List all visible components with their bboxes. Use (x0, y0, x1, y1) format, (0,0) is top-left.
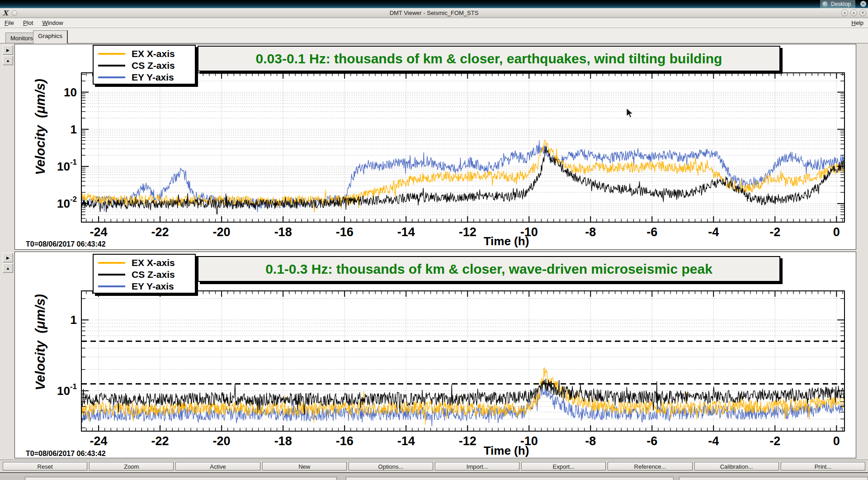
svg-text:-6: -6 (646, 225, 657, 239)
print-button[interactable]: Print... (781, 462, 865, 470)
legend-label: CS Z-axis (132, 60, 175, 71)
zoom-button[interactable]: Zoom (89, 462, 174, 470)
svg-text:1: 1 (71, 123, 77, 136)
legend-entry: EX X-axis (94, 257, 195, 269)
window-titlebar[interactable]: X DMT Viewer - Seismic_FOM_STS ∨ ∧ ✕ (0, 8, 868, 18)
ex-line-swatch (98, 262, 125, 264)
ey-line-swatch (98, 76, 125, 78)
svg-text:0: 0 (833, 434, 840, 448)
export-button[interactable]: Export... (521, 462, 606, 470)
svg-text:-14: -14 (397, 225, 415, 239)
pad1-next-arrow-button[interactable]: ▶ (3, 45, 13, 55)
svg-text:-4: -4 (708, 225, 719, 239)
x-axis-title: Time (h) (470, 444, 542, 458)
legend-box: EX X-axis CS Z-axis EY Y-axis (93, 254, 196, 294)
tab-graphics[interactable]: Graphics (33, 30, 68, 43)
svg-text:-8: -8 (585, 434, 596, 448)
cs-line-swatch (98, 65, 125, 67)
svg-text:-6: -6 (646, 434, 657, 448)
background-window-edge (346, 477, 674, 480)
svg-text:1: 1 (71, 313, 77, 327)
reference-button[interactable]: Reference... (608, 462, 692, 470)
legend-entry: EX X-axis (94, 48, 195, 60)
plot-panel-band1: -24-22-20-18-16-14-12-10-8-6-4-2010110-1… (14, 44, 856, 250)
svg-text:-22: -22 (151, 434, 169, 448)
svg-text:-16: -16 (336, 225, 354, 239)
legend-label: EY Y-axis (132, 72, 174, 83)
svg-text:-22: -22 (151, 225, 169, 239)
x-axis-title: Time (h) (470, 234, 542, 248)
window-title: DMT Viewer - Seismic_FOM_STS (0, 10, 868, 16)
tab-bar: Monitors Graphics (0, 28, 868, 43)
svg-text:10-1: 10-1 (57, 158, 77, 173)
svg-text:-18: -18 (274, 225, 292, 239)
legend-box: EX X-axis CS Z-axis EY Y-axis (93, 45, 196, 85)
legend-entry: EY Y-axis (94, 71, 195, 83)
svg-text:10-1: 10-1 (57, 382, 77, 398)
pad2-next-arrow-button[interactable]: ▶ (3, 253, 13, 262)
options-button[interactable]: Options... (349, 462, 433, 470)
minimize-button[interactable]: ∨ (841, 10, 848, 16)
toolbar: Reset Zoom Active New Options... Import.… (0, 460, 868, 473)
y-axis-title: Velocity (μm/s) (33, 69, 48, 185)
menu-bar: File Plot Window Help (0, 18, 868, 28)
menu-window[interactable]: Window (42, 19, 63, 26)
band-title-box: 0.1-0.3 Hz: thousands of km & closer, wa… (198, 256, 780, 282)
y-axis-title: Velocity (μm/s) (33, 282, 48, 402)
background-window-edge (679, 477, 868, 480)
legend-label: EX X-axis (132, 257, 175, 268)
plot-panel-band2: -24-22-20-18-16-14-12-10-8-6-4-20110-1 V… (14, 252, 856, 458)
desktop-label: Desktop (831, 1, 851, 7)
band-title-box: 0.03-0.1 Hz: thousands of km & closer, e… (198, 46, 780, 71)
desktop-background: Desktop ✕ (0, 0, 868, 8)
band-title: 0.03-0.1 Hz: thousands of km & closer, e… (256, 51, 722, 67)
legend-label: EY Y-axis (132, 281, 174, 292)
mouse-cursor (626, 108, 637, 119)
pad1-up-arrow-button[interactable]: ▲ (3, 56, 13, 65)
pad2-up-arrow-button[interactable]: ▲ (3, 263, 13, 273)
desktop-icon (822, 1, 828, 7)
svg-text:-14: -14 (397, 434, 415, 448)
ex-line-swatch (98, 53, 125, 55)
svg-text:-24: -24 (90, 434, 108, 448)
maximize-button[interactable]: ∧ (850, 10, 857, 16)
cs-line-swatch (98, 274, 125, 276)
calibration-button[interactable]: Calibration... (694, 462, 779, 470)
new-button[interactable]: New (262, 462, 347, 470)
desktop-close-icon[interactable]: ✕ (860, 1, 866, 7)
svg-text:10: 10 (64, 86, 77, 99)
svg-text:-8: -8 (585, 225, 596, 239)
svg-text:-4: -4 (708, 434, 719, 448)
menu-file[interactable]: File (5, 19, 14, 26)
legend-entry: CS Z-axis (94, 269, 195, 280)
legend-entry: CS Z-axis (94, 60, 195, 71)
menu-help[interactable]: Help (851, 19, 863, 26)
svg-text:0: 0 (833, 225, 840, 239)
desktop-pager-widget[interactable]: Desktop (820, 0, 855, 8)
svg-text:-18: -18 (274, 434, 292, 448)
t0-timestamp: T0=08/06/2017 06:43:42 (26, 240, 106, 248)
svg-text:-20: -20 (213, 225, 231, 239)
svg-text:-20: -20 (213, 434, 231, 448)
active-button[interactable]: Active (175, 462, 260, 470)
svg-text:-2: -2 (769, 434, 780, 448)
legend-entry: EY Y-axis (94, 280, 195, 292)
svg-text:-2: -2 (769, 225, 780, 239)
close-button[interactable]: ✕ (859, 10, 866, 16)
svg-text:10-2: 10-2 (57, 195, 77, 210)
import-button[interactable]: Import... (435, 462, 519, 470)
legend-label: CS Z-axis (132, 269, 175, 280)
band-title: 0.1-0.3 Hz: thousands of km & closer, wa… (265, 261, 712, 277)
reset-button[interactable]: Reset (3, 462, 87, 470)
svg-text:-24: -24 (90, 225, 108, 239)
menu-plot[interactable]: Plot (23, 19, 33, 26)
svg-text:-16: -16 (336, 434, 354, 448)
screen: Desktop ✕ X DMT Viewer - Seismic_FOM_STS… (0, 0, 868, 480)
ey-line-swatch (98, 285, 125, 287)
background-windows (0, 474, 868, 480)
background-window-edge (25, 477, 337, 480)
legend-label: EX X-axis (132, 48, 175, 59)
t0-timestamp: T0=08/06/2017 06:43:42 (26, 450, 106, 458)
